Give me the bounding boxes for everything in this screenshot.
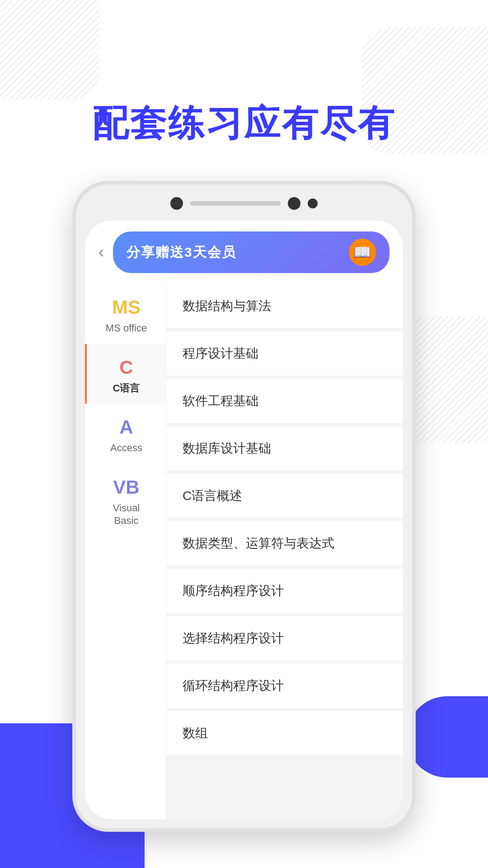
list-item[interactable]: 选择结构程序设计: [166, 616, 403, 661]
phone-frame: ‹ 分享赠送3天会员 📖 MS MS office: [72, 181, 416, 832]
sidebar-label-access: Access: [110, 442, 142, 455]
phone-mockup: ‹ 分享赠送3天会员 📖 MS MS office: [72, 181, 416, 832]
main-list: 数据结构与算法程序设计基础软件工程基础数据库设计基础C语言概述数据类型、运算符与…: [166, 284, 403, 819]
share-banner-text: 分享赠送3天会员: [127, 243, 236, 262]
content-area: MS MS office C C语言 A Access V: [85, 284, 403, 819]
phone-screen: ‹ 分享赠送3天会员 📖 MS MS office: [85, 221, 403, 819]
share-banner[interactable]: 分享赠送3天会员 📖: [113, 231, 389, 273]
sidebar-label-ms: MS office: [106, 322, 147, 335]
sidebar: MS MS office C C语言 A Access V: [85, 284, 166, 819]
list-item[interactable]: 数据结构与算法: [166, 284, 403, 329]
phone-speaker: [190, 201, 281, 206]
list-item[interactable]: 循环结构程序设计: [166, 664, 403, 708]
bg-decoration-top-left: [0, 0, 99, 99]
back-button[interactable]: ‹: [99, 243, 104, 262]
phone-camera-dot: [170, 197, 183, 210]
phone-dot-small: [308, 198, 318, 208]
list-item[interactable]: 数据库设计基础: [166, 426, 403, 471]
bg-decoration-bottom-right: [407, 696, 488, 778]
main-heading: 配套练习应有尽有: [0, 99, 488, 148]
list-item[interactable]: 软件工程基础: [166, 379, 403, 424]
mascot-icon: 📖: [349, 239, 376, 266]
sidebar-item-ms-office[interactable]: MS MS office: [85, 284, 166, 344]
list-item[interactable]: 程序设计基础: [166, 331, 403, 376]
list-item[interactable]: 数组: [166, 711, 403, 756]
phone-dot-right: [288, 197, 300, 210]
list-item[interactable]: 数据类型、运算符与表达式: [166, 521, 403, 566]
ms-icon: MS: [112, 297, 141, 318]
sidebar-item-c-lang[interactable]: C C语言: [85, 344, 166, 404]
access-icon: A: [119, 416, 133, 438]
sidebar-label-c: C语言: [113, 382, 140, 395]
vb-icon: VB: [113, 476, 139, 498]
sidebar-label-vb: VisualBasic: [113, 502, 140, 528]
sidebar-item-vb[interactable]: VB VisualBasic: [85, 464, 166, 537]
list-item[interactable]: 顺序结构程序设计: [166, 569, 403, 613]
sidebar-item-access[interactable]: A Access: [85, 404, 166, 464]
list-item[interactable]: C语言概述: [166, 474, 403, 519]
phone-top-bar: [76, 197, 412, 210]
app-header: ‹ 分享赠送3天会员 📖: [85, 221, 403, 284]
c-icon: C: [119, 357, 133, 378]
